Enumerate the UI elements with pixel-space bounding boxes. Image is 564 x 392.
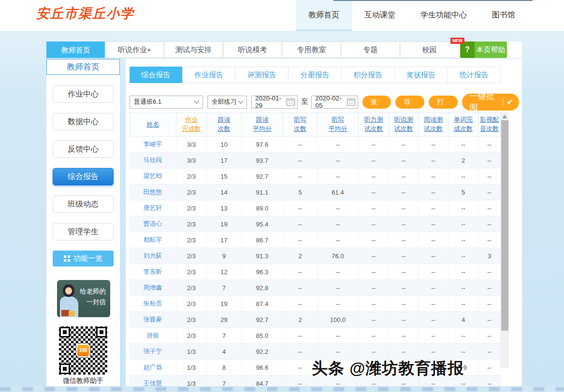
report-tab[interactable]: 评测报告 — [235, 67, 289, 83]
report-tab[interactable]: 作业报告 — [183, 67, 236, 83]
table-cell: -- — [359, 328, 389, 344]
subnav-item[interactable]: 专用教室 — [282, 42, 341, 58]
table-cell: -- — [478, 296, 501, 312]
subnav-item[interactable]: 听说作业+ — [105, 42, 164, 58]
class-select[interactable]: 普通班6.1 — [130, 96, 203, 109]
table-cell: -- — [283, 328, 318, 344]
student-name-link[interactable]: 周增鑫 — [130, 280, 176, 296]
column-header[interactable]: 跟读平均分 — [242, 112, 283, 137]
table-cell: -- — [283, 153, 318, 168]
practice-select[interactable]: 全部练习 — [207, 96, 247, 109]
report-tab[interactable]: 积分报告 — [342, 67, 395, 83]
student-name-link[interactable]: 李峻宇 — [130, 137, 176, 153]
page-help-button[interactable]: ? 本页帮助 — [460, 42, 507, 58]
table-cell: 61.4 — [318, 184, 359, 200]
table-cell: 2/3 — [176, 216, 207, 232]
student-name-link[interactable]: 梁艺晗 — [130, 168, 176, 184]
table-cell: -- — [389, 137, 419, 153]
top-nav-item[interactable]: 图书馆 — [479, 0, 528, 31]
qr-finder-icon — [59, 327, 70, 337]
table-cell: 1/3 — [176, 344, 207, 360]
table-cell: -- — [359, 168, 389, 184]
batch-review-button[interactable]: 一键批阅 ✔ — [462, 94, 519, 111]
column-header[interactable]: 听写次数 — [283, 112, 318, 137]
student-name-link[interactable]: 朱柏萱 — [130, 296, 176, 312]
table-cell: 2/3 — [176, 232, 207, 248]
student-name-link[interactable]: 刘允荻 — [130, 248, 176, 264]
question-mark-icon: ? — [460, 42, 475, 58]
student-name-link[interactable]: 张子宁 — [130, 344, 176, 360]
report-tabs: 综合报告作业报告评测报告分册报告积分报告奖状报告统计报告 — [130, 67, 501, 83]
table-cell: -- — [419, 184, 448, 200]
check-icon: ✔ — [507, 98, 513, 107]
table-cell: 1/3 — [176, 360, 207, 376]
column-header[interactable]: 跟读次数 — [207, 112, 242, 137]
student-name-link[interactable]: 田悠悠 — [130, 184, 176, 200]
sidebar-item[interactable]: 班级动态 — [53, 196, 114, 213]
student-name-link[interactable]: 曹语心 — [130, 216, 176, 232]
student-name-link[interactable]: 赵广烁 — [130, 360, 176, 376]
bottom-band — [0, 386, 564, 392]
subnav-item[interactable]: 校园NEW — [400, 42, 459, 58]
student-name-link[interactable]: 李东昕 — [130, 264, 176, 280]
column-header[interactable]: 影视配音次数 — [478, 112, 501, 137]
date-from-input[interactable]: 2020-01-29 — [251, 96, 298, 109]
report-tab[interactable]: 统计报告 — [448, 67, 500, 83]
report-tab[interactable]: 综合报告 — [130, 67, 183, 83]
report-tab[interactable]: 奖状报告 — [395, 67, 448, 83]
sidebar-item[interactable]: 反馈中心 — [53, 140, 114, 158]
student-report-table: 姓名作业完成数跟读次数跟读平均分听写次数听写平均分听力测试次数听说测试次数阅读测… — [130, 112, 501, 392]
date-to-input[interactable]: 2020-02-05 — [311, 96, 358, 109]
column-header[interactable]: 听力测试次数 — [359, 112, 389, 137]
sidebar-item[interactable]: 管理学生 — [53, 223, 114, 240]
column-header[interactable]: 姓名 — [130, 112, 176, 137]
scroll-up-arrow-icon[interactable] — [502, 115, 507, 118]
print-button[interactable]: 打印 — [429, 96, 458, 109]
table-cell: 2 — [283, 248, 318, 264]
table-cell: 92.8 — [242, 280, 283, 296]
column-header[interactable]: 阅读测试次数 — [419, 112, 448, 137]
table-cell: 96.6 — [242, 360, 283, 376]
subnav-item[interactable]: 专题 — [341, 42, 400, 58]
student-name-link[interactable]: 游振 — [130, 328, 176, 344]
subnav-item[interactable]: 听说模考 — [223, 42, 282, 58]
features-overview-button[interactable]: 功能一览 — [53, 251, 114, 266]
table-cell: -- — [318, 264, 359, 280]
student-name-link[interactable]: 唐艺轩 — [130, 200, 176, 216]
student-name-link[interactable]: 都航宇 — [130, 232, 176, 248]
grid-icon — [64, 255, 70, 262]
search-button[interactable]: 查询 — [362, 96, 391, 109]
column-header[interactable]: 听写平均分 — [318, 112, 359, 137]
school-logo: 安丘市渠丘小学 — [36, 5, 134, 22]
banner-line2: 一封信 — [80, 297, 106, 308]
column-header[interactable]: 听说测试次数 — [389, 112, 419, 137]
table-cell: -- — [448, 248, 478, 264]
report-tab[interactable]: 分册报告 — [289, 67, 342, 83]
teacher-letter-banner[interactable]: 给老师的 一封信 — [57, 280, 110, 317]
table-cell: -- — [283, 232, 318, 248]
subnav-item[interactable]: 测试与安排 — [164, 42, 223, 58]
table-cell: 85.0 — [242, 328, 283, 344]
table-scrollbar[interactable] — [501, 112, 509, 368]
table-cell: -- — [448, 168, 478, 184]
top-nav-item[interactable]: 互动课堂 — [352, 0, 408, 31]
sidebar-item[interactable]: 数据中心 — [53, 113, 114, 130]
export-button[interactable]: 导出 — [395, 96, 424, 109]
column-header[interactable]: 作业完成数 — [176, 112, 207, 137]
scrollbar-thumb[interactable] — [501, 120, 508, 331]
student-name-link[interactable]: 马欣莼 — [130, 153, 176, 168]
top-nav-item[interactable]: 学生功能中心 — [408, 0, 479, 31]
table-cell: 3/3 — [176, 153, 207, 168]
subnav-item[interactable]: 教师首页 — [46, 42, 105, 58]
student-name-link[interactable]: 张晋豪 — [130, 312, 176, 328]
table-cell: 2/3 — [176, 312, 207, 328]
sidebar-item[interactable]: 作业中心 — [53, 85, 114, 103]
table-cell: -- — [478, 168, 501, 184]
column-header[interactable]: 单词完成次数 — [448, 112, 478, 137]
wechat-qr-code: 100 — [59, 326, 107, 375]
table-cell: -- — [318, 137, 359, 153]
calendar-icon — [347, 98, 356, 106]
sidebar-item[interactable]: 综合报告 — [53, 168, 114, 185]
sidebar: 教师首页 作业中心数据中心反馈中心综合报告班级动态管理学生 功能一览 给老师的 … — [46, 59, 120, 392]
top-nav-item[interactable]: 教师首页 — [296, 0, 352, 31]
